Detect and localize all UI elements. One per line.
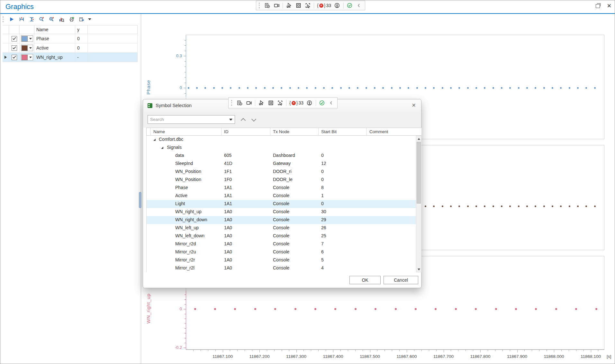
camera-icon[interactable] bbox=[246, 99, 252, 106]
tree-item-name: Light bbox=[175, 201, 185, 206]
x-axis-tick bbox=[598, 350, 598, 351]
dialog-close-icon[interactable]: ✕ bbox=[412, 102, 416, 108]
signal-row-wn_right_up[interactable]: WN_right_up- bbox=[3, 53, 138, 62]
cursor-select-icon[interactable] bbox=[286, 2, 292, 9]
column-header-y[interactable]: y bbox=[75, 25, 88, 34]
data-point bbox=[214, 308, 216, 310]
toolbar-grip[interactable] bbox=[259, 3, 261, 8]
tree-row-wn_right_up[interactable]: WN_right_up1A0Console30 bbox=[147, 208, 416, 216]
tree-item-id: 1A0 bbox=[224, 209, 232, 214]
x-tick-label: 11867.800 bbox=[470, 354, 491, 359]
column-header-id[interactable]: ID bbox=[222, 128, 270, 136]
tree-item-id: 1A1 bbox=[224, 185, 232, 190]
accessibility-icon[interactable] bbox=[334, 2, 340, 9]
tree-row-mirror_r2u[interactable]: Mirror_r2u1A0Console6 bbox=[147, 248, 416, 256]
column-header-name[interactable]: Name bbox=[34, 25, 75, 34]
y-axis-tick bbox=[185, 61, 186, 62]
signal-visible-checkbox[interactable] bbox=[12, 45, 17, 51]
chevron-left-icon[interactable] bbox=[328, 99, 335, 106]
tree-row-wn_position[interactable]: WN_Position1F1DOOR_ri0 bbox=[147, 168, 416, 176]
x-tick-label: 11867.200 bbox=[249, 354, 270, 359]
data-point bbox=[458, 87, 460, 89]
tree-item-id: 41D bbox=[224, 161, 232, 166]
tree-row-mirror_r2r[interactable]: Mirror_r2r1A0Console5 bbox=[147, 256, 416, 264]
scroll-down-icon[interactable] bbox=[416, 267, 421, 272]
y-tick-label: 0 bbox=[169, 306, 182, 311]
frame-select-icon[interactable] bbox=[304, 2, 311, 9]
tree-row-signals[interactable]: Signals bbox=[147, 144, 416, 152]
export-icon[interactable] bbox=[78, 16, 85, 23]
frame-select-icon[interactable] bbox=[277, 99, 283, 106]
accessibility-icon[interactable] bbox=[306, 99, 313, 106]
search-previous-button[interactable] bbox=[239, 116, 247, 123]
y-axis-tick bbox=[185, 83, 186, 83]
signal-visible-checkbox[interactable] bbox=[12, 36, 17, 41]
data-point bbox=[196, 87, 198, 89]
breakpoint-count-badge[interactable]: {✕}33 bbox=[317, 3, 331, 8]
print-icon[interactable]: ? bbox=[68, 16, 75, 23]
signal-color-picker[interactable] bbox=[21, 45, 33, 51]
tree-item-name: SleepInd bbox=[175, 161, 193, 166]
tree-row-wn_left_up[interactable]: WN_left_up1A0Console26 bbox=[147, 224, 416, 232]
tree-item-startbit: 12 bbox=[321, 161, 326, 166]
column-header-startbit[interactable]: Start Bit bbox=[319, 128, 367, 136]
tree-row-data[interactable]: data605Dashboard0 bbox=[147, 152, 416, 160]
signal-visible-checkbox[interactable] bbox=[12, 55, 17, 60]
start-measurement-icon[interactable] bbox=[8, 16, 15, 23]
ok-button[interactable]: OK bbox=[349, 276, 381, 284]
tree-row-phase[interactable]: Phase1A1Console8 bbox=[147, 184, 416, 192]
scrollbar-thumb[interactable] bbox=[417, 142, 421, 204]
symbol-search-input[interactable]: Search bbox=[148, 115, 235, 124]
zoom-x-icon[interactable] bbox=[38, 16, 45, 23]
data-point bbox=[450, 87, 452, 89]
data-point bbox=[493, 205, 494, 207]
toolbar-dropdown-icon[interactable] bbox=[88, 18, 91, 20]
toolbar-grip[interactable] bbox=[3, 16, 5, 22]
search-next-button[interactable] bbox=[249, 116, 258, 123]
config-anim-icon[interactable] bbox=[264, 2, 270, 9]
camera-icon[interactable] bbox=[273, 2, 280, 9]
search-dropdown-icon[interactable] bbox=[229, 119, 232, 121]
scroll-up-icon[interactable] bbox=[416, 136, 421, 141]
tree-row-light[interactable]: Light1A1Console0 bbox=[147, 200, 416, 208]
tree-row-active[interactable]: Active1A1Console1 bbox=[147, 192, 416, 200]
cursor-select-icon[interactable] bbox=[258, 99, 265, 106]
signal-color-picker[interactable] bbox=[21, 35, 33, 42]
y-axis-tick bbox=[185, 51, 186, 51]
symbol-tree-scrollbar[interactable] bbox=[416, 136, 421, 272]
chart-zoom-icon[interactable] bbox=[58, 16, 65, 23]
panel-splitter-handle[interactable] bbox=[139, 192, 141, 208]
column-header-name[interactable]: Name bbox=[151, 128, 222, 136]
signal-row-phase[interactable]: Phase0 bbox=[3, 34, 138, 43]
fit-x-axis-icon[interactable] bbox=[18, 16, 25, 23]
tree-row-mirror_r2d[interactable]: Mirror_r2d1A0Console7 bbox=[147, 240, 416, 248]
cancel-button[interactable]: Cancel bbox=[384, 276, 418, 284]
frame-icon[interactable] bbox=[267, 99, 274, 106]
check-circle-icon[interactable] bbox=[347, 2, 353, 9]
restore-window-icon[interactable] bbox=[596, 4, 600, 8]
config-anim-icon[interactable] bbox=[236, 99, 243, 106]
data-point bbox=[254, 308, 256, 310]
tree-expand-icon[interactable] bbox=[161, 147, 163, 149]
close-window-icon[interactable]: ✕ bbox=[607, 3, 611, 9]
check-circle-icon[interactable] bbox=[319, 99, 325, 106]
tree-row-comfort.dbc[interactable]: Comfort.dbc bbox=[147, 136, 416, 144]
breakpoint-count-badge[interactable]: {✕}33 bbox=[289, 100, 303, 105]
column-header-txnode[interactable]: Tx Node bbox=[270, 128, 319, 136]
fit-y-axis-icon[interactable] bbox=[28, 16, 35, 23]
tree-row-mirror_r2l[interactable]: Mirror_r2l1A0Console4 bbox=[147, 264, 416, 272]
signal-row-active[interactable]: Active0 bbox=[3, 43, 138, 53]
frame-icon[interactable] bbox=[295, 2, 302, 9]
tree-item-id: 1A1 bbox=[224, 201, 232, 206]
signal-color-picker[interactable] bbox=[21, 54, 33, 60]
tree-row-sleepind[interactable]: SleepInd41DGateway12 bbox=[147, 160, 416, 168]
column-header-comment[interactable]: Comment bbox=[367, 128, 416, 136]
chevron-left-icon[interactable] bbox=[356, 2, 362, 9]
signal-name: Active bbox=[34, 43, 75, 52]
tree-row-wn_left_down[interactable]: WN_left_down1A0Console25 bbox=[147, 232, 416, 240]
tree-expand-icon[interactable] bbox=[153, 139, 156, 141]
zoom-in-x-icon[interactable] bbox=[48, 16, 55, 23]
tree-row-wn_right_down[interactable]: WN_right_down1A0Console29 bbox=[147, 216, 416, 224]
toolbar-grip[interactable] bbox=[231, 100, 233, 106]
tree-row-wn_position[interactable]: WN_Position1F0DOOR_le0 bbox=[147, 176, 416, 184]
